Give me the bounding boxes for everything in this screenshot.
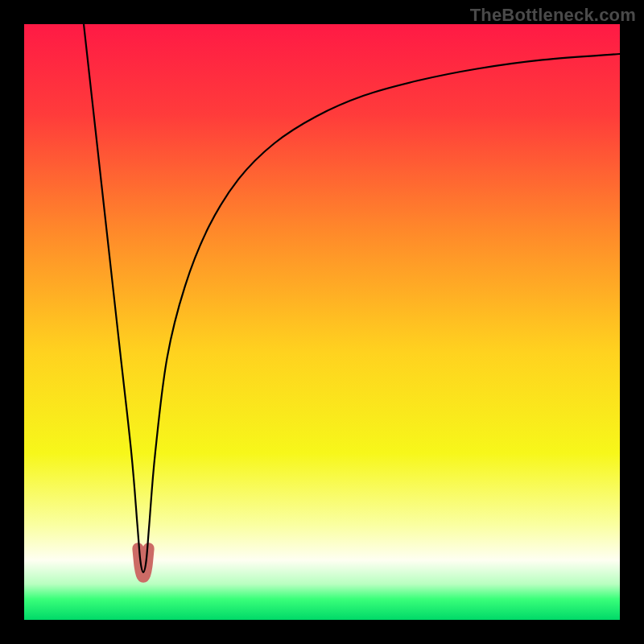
plot-area bbox=[24, 24, 620, 620]
watermark-text: TheBottleneck.com bbox=[470, 5, 636, 26]
chart-svg bbox=[24, 24, 620, 620]
chart-frame: TheBottleneck.com bbox=[0, 0, 644, 644]
